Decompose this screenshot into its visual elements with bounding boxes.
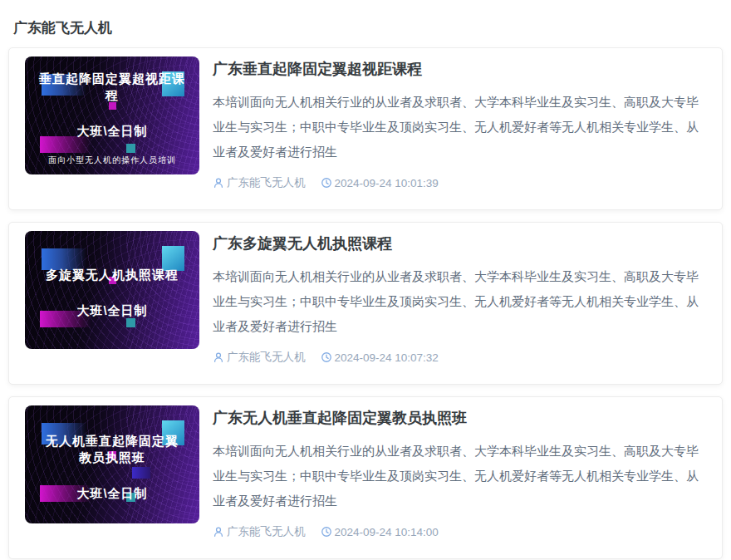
thumbnail-subtitle: 大班\全日制	[76, 124, 147, 140]
author-meta: 广东能飞无人机	[213, 524, 306, 539]
publish-time: 2024-09-24 10:07:32	[335, 351, 439, 364]
course-info: 广东垂直起降固定翼超视距课程 本培训面向无人机相关行业的从业者及求职者、大学本科…	[199, 56, 707, 201]
course-info: 广东无人机垂直起降固定翼教员执照班 本培训面向无人机相关行业的从业者及求职者、大…	[199, 405, 707, 550]
course-meta: 广东能飞无人机 2024-09-24 10:14:00	[213, 524, 707, 539]
time-meta: 2024-09-24 10:14:00	[321, 526, 439, 538]
course-card[interactable]: 垂直起降固定翼超视距课程 大班\全日制 面向小型无人机的操作人员培训 广东垂直起…	[8, 47, 723, 210]
thumbnail-subtitle: 大班\全日制	[76, 486, 147, 502]
time-meta: 2024-09-24 10:07:32	[321, 351, 439, 364]
thumbnail-title: 无人机垂直起降固定翼教员执照班	[42, 433, 182, 466]
course-meta: 广东能飞无人机 2024-09-24 10:01:39	[213, 175, 707, 190]
author-name: 广东能飞无人机	[227, 350, 306, 365]
thumbnail-caption: 面向小型无人机的操作人员培训	[48, 155, 176, 166]
person-icon	[213, 177, 224, 189]
clock-icon	[321, 526, 332, 538]
course-description: 本培训面向无人机相关行业的从业者及求职者、大学本科毕业生及实习生、高职及大专毕业…	[213, 90, 707, 165]
course-thumbnail[interactable]: 无人机垂直起降固定翼教员执照班 大班\全日制	[25, 405, 199, 523]
decor-teal-dot	[126, 318, 135, 327]
author-name: 广东能飞无人机	[227, 524, 306, 539]
thumbnail-content: 垂直起降固定翼超视距课程 大班\全日制 面向小型无人机的操作人员培训	[25, 66, 199, 166]
thumbnail-title: 多旋翼无人机执照课程	[46, 267, 179, 283]
author-meta: 广东能飞无人机	[213, 175, 306, 190]
clock-icon	[321, 177, 332, 189]
course-title[interactable]: 广东多旋翼无人机执照课程	[213, 233, 707, 254]
author-meta: 广东能飞无人机	[213, 350, 306, 365]
time-meta: 2024-09-24 10:01:39	[321, 177, 439, 189]
thumbnail-subtitle: 大班\全日制	[76, 303, 147, 319]
course-card[interactable]: 多旋翼无人机执照课程 大班\全日制 广东多旋翼无人机执照课程 本培训面向无人机相…	[8, 222, 723, 385]
course-thumbnail[interactable]: 多旋翼无人机执照课程 大班\全日制	[25, 231, 199, 349]
course-title[interactable]: 广东垂直起降固定翼超视距课程	[213, 58, 707, 80]
publish-time: 2024-09-24 10:14:00	[335, 526, 439, 538]
publish-time: 2024-09-24 10:01:39	[335, 177, 439, 189]
course-description: 本培训面向无人机相关行业的从业者及求职者、大学本科毕业生及实习生、高职及大专毕业…	[213, 439, 707, 513]
course-title[interactable]: 广东无人机垂直起降固定翼教员执照班	[213, 407, 707, 429]
thumbnail-content: 多旋翼无人机执照课程 大班\全日制	[25, 262, 199, 319]
page-container: 广东能飞无人机 垂直起降固定翼超视距课程 大班\全日制 面向小型无人机的操作人员…	[0, 0, 731, 559]
person-icon	[213, 351, 224, 363]
course-card[interactable]: 无人机垂直起降固定翼教员执照班 大班\全日制 广东无人机垂直起降固定翼教员执照班…	[8, 396, 723, 559]
page-title: 广东能飞无人机	[13, 0, 718, 37]
thumbnail-content: 无人机垂直起降固定翼教员执照班 大班\全日制	[25, 428, 199, 502]
course-description: 本培训面向无人机相关行业的从业者及求职者、大学本科毕业生及实习生、高职及大专毕业…	[213, 264, 707, 339]
person-icon	[213, 526, 224, 538]
thumbnail-title: 垂直起降固定翼超视距课程	[35, 71, 189, 104]
course-thumbnail[interactable]: 垂直起降固定翼超视距课程 大班\全日制 面向小型无人机的操作人员培训	[25, 56, 199, 174]
course-info: 广东多旋翼无人机执照课程 本培训面向无人机相关行业的从业者及求职者、大学本科毕业…	[199, 231, 707, 376]
author-name: 广东能飞无人机	[227, 175, 306, 190]
course-meta: 广东能飞无人机 2024-09-24 10:07:32	[213, 350, 707, 365]
clock-icon	[321, 351, 332, 363]
